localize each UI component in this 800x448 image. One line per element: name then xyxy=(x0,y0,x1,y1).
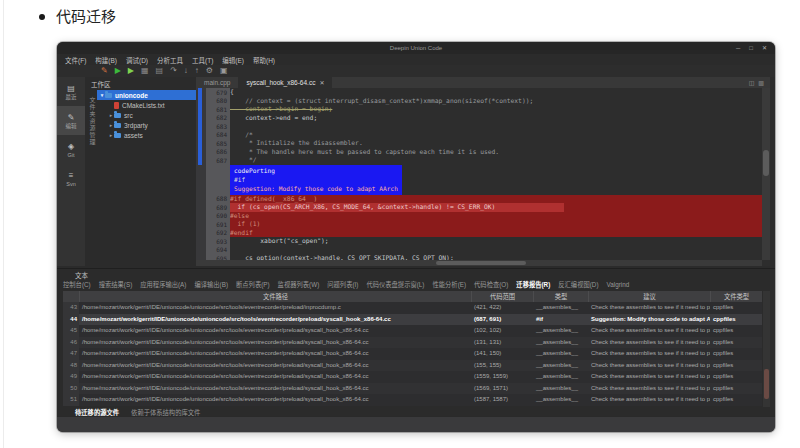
debug-run-icon[interactable]: ▶ xyxy=(128,65,134,77)
menu-item-3[interactable]: 分析工具 xyxy=(157,55,183,65)
row-number: 46 xyxy=(63,337,79,349)
step-out-icon[interactable]: ↑ xyxy=(195,65,199,77)
cell-code-range: (1569, 1571) xyxy=(471,383,533,395)
rebuild-icon[interactable]: ▤ xyxy=(156,65,164,77)
menu-item-0[interactable]: 文件(F) xyxy=(65,55,86,65)
panel-tab-应用程序输出(A)[interactable]: 应用程序输出(A) xyxy=(140,280,186,289)
minimize-button[interactable]: ─ xyxy=(736,42,740,54)
panel-tab-问题列表(I)[interactable]: 问题列表(I) xyxy=(327,280,358,289)
code-text: /* xyxy=(230,131,762,140)
menu-item-1[interactable]: 构建(B) xyxy=(95,55,117,65)
toolbar: ✎▶▶▦▤↷↓↑⚙▣ xyxy=(57,65,775,77)
tree-item-CMakeLists.txt[interactable]: CMakeLists.txt xyxy=(97,100,196,110)
line-marker xyxy=(196,246,206,255)
column-header-3[interactable]: 类型 xyxy=(533,291,588,302)
line-number: 689 xyxy=(206,204,230,211)
tree-item-src[interactable]: ▸src xyxy=(97,110,196,120)
editor-horizontal-scrollbar[interactable] xyxy=(196,260,762,266)
panel-tab-监视器列表(W)[interactable]: 监视器列表(W) xyxy=(278,280,320,289)
workspace-vertical-tab[interactable]: 文件夹资源管理 xyxy=(85,93,97,217)
editor-tab-main.cpp[interactable]: main.cpp xyxy=(196,77,238,88)
code-line-679: 679{ xyxy=(196,88,762,97)
tree-item-unioncode[interactable]: ▾unioncode xyxy=(97,90,196,100)
cell-code-range: (102, 102) xyxy=(471,325,533,337)
cell-code-range: (155, 155) xyxy=(471,360,533,372)
title-bar[interactable]: Deepin Union Code ─□✕ xyxy=(57,42,775,54)
column-header-1[interactable]: 文件路径 xyxy=(79,291,471,302)
table-row[interactable]: 47/home/mozart/work/gerrit/IDE/unioncode… xyxy=(63,348,762,360)
run-icon[interactable]: ▶ xyxy=(115,65,121,77)
menu-bar: 文件(F)构建(B)调试(D)分析工具工具(T)编辑(E)帮助(H) xyxy=(57,54,775,65)
split-editor-icon-0[interactable]: ◫ xyxy=(749,79,755,87)
code-area[interactable]: 679{680 // context = (struct interrupt_d… xyxy=(196,88,762,260)
activity-item-编辑[interactable]: ✎编辑 xyxy=(57,106,85,135)
menu-item-2[interactable]: 调试(D) xyxy=(126,55,148,65)
activity-item-最近[interactable]: ▤最近 xyxy=(57,77,85,106)
cell-suggestion: Check these assemblies to see if it need… xyxy=(588,383,710,395)
panel-tab-代码仪表盘提示窗(L)[interactable]: 代码仪表盘提示窗(L) xyxy=(366,280,424,289)
cell-file-path: /home/mozart/work/gerrit/IDE/unioncode/u… xyxy=(79,314,471,326)
editor-horizontal-scrollbar-thumb[interactable] xyxy=(436,261,526,265)
cell-file-type: cppfiles xyxy=(710,337,762,349)
editor-tab-syscall_hook_x86-64.cc[interactable]: syscall_hook_x86-64.cc✕ xyxy=(238,77,332,88)
editor-split-icons: ◫▥ xyxy=(749,79,764,87)
code-text: */ xyxy=(230,156,762,165)
column-header-2[interactable]: 代码范围 xyxy=(471,291,533,302)
step-into-icon[interactable]: ↓ xyxy=(184,65,188,77)
table-row[interactable]: 48/home/mozart/work/gerrit/IDE/unioncode… xyxy=(63,360,762,372)
menu-item-4[interactable]: 工具(T) xyxy=(192,55,213,65)
editor-vertical-scrollbar-thumb[interactable] xyxy=(763,150,769,176)
table-row[interactable]: 43/home/mozart/work/gerrit/IDE/unioncode… xyxy=(63,302,762,314)
table-row[interactable]: 50/home/mozart/work/gerrit/IDE/unioncode… xyxy=(63,383,762,395)
menu-item-6[interactable]: 帮助(H) xyxy=(253,55,275,65)
panel-tab-编译输出(B)[interactable]: 编译输出(B) xyxy=(194,280,228,289)
tree-item-3rdparty[interactable]: ▸3rdparty xyxy=(97,120,196,130)
panel-tab-性能分析(E)[interactable]: 性能分析(E) xyxy=(432,280,466,289)
panel-tab-控制台(C)[interactable]: 控制台(C) xyxy=(63,280,91,289)
panel-tab-搜索结果(S)[interactable]: 搜索结果(S) xyxy=(99,280,133,289)
panel-tab-Valgrind[interactable]: Valgrind xyxy=(607,281,630,288)
column-header-0[interactable] xyxy=(63,291,79,302)
page: 代码迁移 Deepin Union Code ─□✕ 文件(F)构建(B)调试(… xyxy=(0,0,800,448)
activity-item-Git[interactable]: ◈Git xyxy=(57,135,85,164)
tree-item-label: 3rdparty xyxy=(124,122,148,129)
table-row[interactable]: 44/home/mozart/work/gerrit/IDE/unioncode… xyxy=(63,314,762,326)
maximize-button[interactable]: □ xyxy=(749,42,753,54)
table-row[interactable]: 49/home/mozart/work/gerrit/IDE/unioncode… xyxy=(63,371,762,383)
edit-icon: ✎ xyxy=(68,113,75,122)
cell-file-type: cppfiles xyxy=(710,302,762,314)
panel-tab-反汇编视图(D)[interactable]: 反汇编视图(D) xyxy=(558,280,598,289)
code-line-681: 681 context->begin = begin; xyxy=(196,105,762,114)
cell-file-type: cppfiles xyxy=(710,325,762,337)
workspace-panel: 工作区 文件夹资源管理 ▾unioncodeCMakeLists.txt▸src… xyxy=(85,77,197,266)
editor-vertical-scrollbar[interactable] xyxy=(762,88,770,260)
panel-tab-迁移报告(R)[interactable]: 迁移报告(R) xyxy=(516,280,550,289)
table-row[interactable]: 46/home/mozart/work/gerrit/IDE/unioncode… xyxy=(63,337,762,349)
table-vertical-scrollbar-thumb[interactable] xyxy=(764,369,769,399)
close-button[interactable]: ✕ xyxy=(762,42,767,54)
activity-bar: ▤最近✎编辑◈Git≡Svn xyxy=(57,77,86,266)
restart-icon[interactable]: ↷ xyxy=(170,65,177,77)
close-tab-icon[interactable]: ✕ xyxy=(319,79,324,86)
settings-gear-icon[interactable]: ⚙ xyxy=(206,65,213,77)
code-text: if (cs_open(CS_ARCH_X86, CS_MODE_64, &co… xyxy=(230,203,762,212)
panel-tab-代码检查(O)[interactable]: 代码检查(O) xyxy=(474,280,508,289)
row-number: 50 xyxy=(63,383,79,395)
table-vertical-scrollbar[interactable] xyxy=(763,291,770,407)
table-row[interactable]: 45/home/mozart/work/gerrit/IDE/unioncode… xyxy=(63,325,762,337)
panel-tab-断点列表(P)[interactable]: 断点列表(P) xyxy=(236,280,270,289)
column-header-5[interactable]: 文件类型 xyxy=(710,291,762,302)
editor-tab-bar: main.cppsyscall_hook_x86-64.cc✕ xyxy=(196,77,770,88)
svn-icon: ≡ xyxy=(69,171,74,180)
report-doc-icon[interactable]: ▣ xyxy=(220,65,228,77)
tree-item-assets[interactable]: ▸assets xyxy=(97,130,196,140)
git-icon: ◈ xyxy=(68,142,74,151)
table-row[interactable]: 51/home/mozart/work/gerrit/IDE/unioncode… xyxy=(63,394,762,406)
column-header-4[interactable]: 建议 xyxy=(588,291,710,302)
build-icon[interactable]: ▦ xyxy=(141,65,149,77)
split-editor-icon-1[interactable]: ▥ xyxy=(758,79,764,87)
edit-pencil-icon[interactable]: ✎ xyxy=(101,65,108,77)
code-text: * The handle here must be passed to caps… xyxy=(230,148,762,157)
menu-item-5[interactable]: 编辑(E) xyxy=(222,55,244,65)
activity-item-Svn[interactable]: ≡Svn xyxy=(57,164,85,193)
